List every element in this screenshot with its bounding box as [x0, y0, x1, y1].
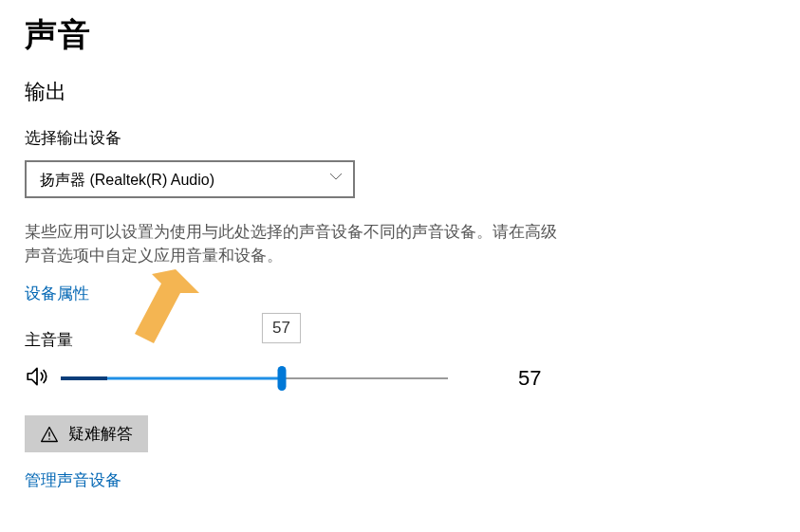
device-properties-link[interactable]: 设备属性 — [25, 283, 89, 304]
warning-icon — [40, 425, 59, 444]
volume-value: 57 — [518, 366, 541, 391]
volume-slider[interactable] — [61, 368, 448, 389]
master-volume-label: 主音量 — [25, 329, 775, 351]
output-device-select[interactable]: 扬声器 (Realtek(R) Audio) — [25, 160, 355, 198]
output-device-label: 选择输出设备 — [25, 127, 775, 149]
output-heading: 输出 — [25, 78, 775, 106]
troubleshoot-button[interactable]: 疑难解答 — [25, 415, 148, 452]
slider-track-dark — [61, 376, 107, 380]
output-description: 某些应用可以设置为使用与此处选择的声音设备不同的声音设备。请在高级声音选项中自定… — [25, 221, 561, 267]
svg-point-1 — [48, 438, 50, 440]
speaker-icon[interactable] — [25, 364, 49, 393]
chevron-down-icon — [328, 161, 344, 197]
page-title: 声音 — [25, 13, 775, 57]
troubleshoot-label: 疑难解答 — [68, 423, 133, 445]
volume-tooltip: 57 — [262, 313, 301, 343]
slider-thumb[interactable] — [277, 366, 286, 391]
manage-sound-devices-link[interactable]: 管理声音设备 — [25, 469, 121, 491]
output-device-selected-text: 扬声器 (Realtek(R) Audio) — [40, 172, 214, 188]
slider-track-active — [107, 377, 282, 380]
